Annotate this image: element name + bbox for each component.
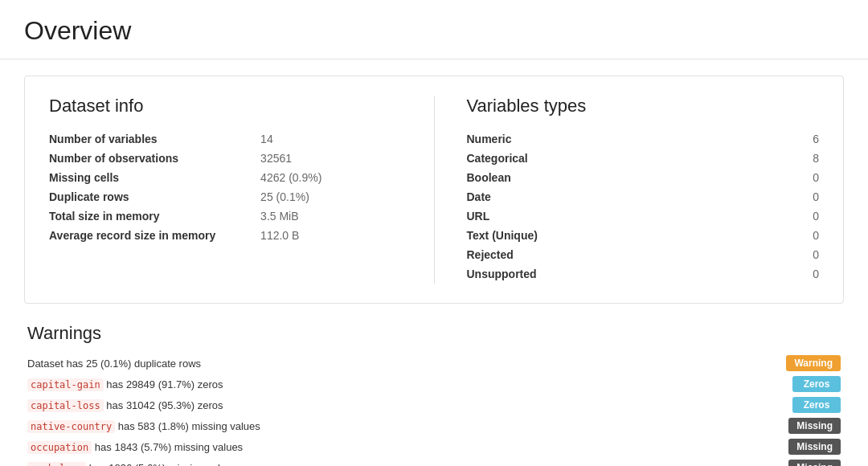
dataset-info-panel: Dataset info Number of variables14Number… bbox=[49, 96, 402, 284]
var-type-value: 0 bbox=[748, 245, 819, 264]
var-type-value: 0 bbox=[748, 206, 819, 226]
warning-text: native-country has 583 (1.8%) missing va… bbox=[27, 420, 260, 432]
info-label: Average record size in memory bbox=[49, 226, 260, 245]
table-row: Date0 bbox=[467, 187, 820, 206]
warning-text: Dataset has 25 (0.1%) duplicate rows bbox=[27, 358, 201, 370]
warnings-title: Warnings bbox=[27, 323, 841, 344]
var-type-label: URL bbox=[467, 206, 749, 226]
table-row: URL0 bbox=[467, 206, 820, 226]
var-type-label: Date bbox=[467, 187, 749, 206]
var-type-label: Numeric bbox=[467, 129, 749, 149]
variables-types-title: Variables types bbox=[467, 96, 820, 117]
var-type-label: Boolean bbox=[467, 168, 749, 187]
warning-code: workclass bbox=[27, 462, 86, 467]
info-value: 32561 bbox=[260, 149, 401, 168]
info-value: 14 bbox=[260, 129, 401, 149]
variables-types-table: Numeric6Categorical8Boolean0Date0URL0Tex… bbox=[467, 129, 820, 284]
table-row: Number of variables14 bbox=[49, 129, 402, 149]
warning-row: Dataset has 25 (0.1%) duplicate rowsWarn… bbox=[27, 355, 841, 371]
warning-row: capital-gain has 29849 (91.7%) zerosZero… bbox=[27, 376, 841, 392]
table-row: Missing cells4262 (0.9%) bbox=[49, 168, 402, 187]
info-value: 3.5 MiB bbox=[260, 206, 401, 226]
warning-code: native-country bbox=[27, 420, 115, 433]
info-value: 112.0 B bbox=[260, 226, 401, 245]
info-label: Missing cells bbox=[49, 168, 260, 187]
dataset-info-title: Dataset info bbox=[49, 96, 402, 117]
warning-text: capital-loss has 31042 (95.3%) zeros bbox=[27, 399, 223, 411]
var-type-label: Rejected bbox=[467, 245, 749, 264]
info-label: Number of observations bbox=[49, 149, 260, 168]
info-value: 4262 (0.9%) bbox=[260, 168, 401, 187]
table-row: Number of observations32561 bbox=[49, 149, 402, 168]
warning-badge: Warning bbox=[786, 355, 841, 371]
warning-badge: Missing bbox=[788, 439, 841, 455]
warning-badge: Missing bbox=[788, 418, 841, 434]
page-title: Overview bbox=[0, 0, 868, 59]
var-type-label: Unsupported bbox=[467, 264, 749, 284]
table-row: Duplicate rows25 (0.1%) bbox=[49, 187, 402, 206]
var-type-label: Text (Unique) bbox=[467, 226, 749, 245]
warning-badge: Missing bbox=[788, 460, 841, 466]
info-label: Total size in memory bbox=[49, 206, 260, 226]
warning-code: capital-gain bbox=[27, 378, 104, 391]
var-type-label: Categorical bbox=[467, 149, 749, 168]
var-type-value: 0 bbox=[748, 264, 819, 284]
info-label: Number of variables bbox=[49, 129, 260, 149]
warning-row: occupation has 1843 (5.7%) missing value… bbox=[27, 439, 841, 455]
var-type-value: 0 bbox=[748, 168, 819, 187]
warnings-section: Warnings Dataset has 25 (0.1%) duplicate… bbox=[24, 323, 844, 466]
table-row: Text (Unique)0 bbox=[467, 226, 820, 245]
var-type-value: 8 bbox=[748, 149, 819, 168]
warning-text: capital-gain has 29849 (91.7%) zeros bbox=[27, 378, 223, 390]
table-row: Numeric6 bbox=[467, 129, 820, 149]
info-value: 25 (0.1%) bbox=[260, 187, 401, 206]
var-type-value: 6 bbox=[748, 129, 819, 149]
top-section: Dataset info Number of variables14Number… bbox=[24, 76, 844, 304]
table-row: Average record size in memory112.0 B bbox=[49, 226, 402, 245]
info-label: Duplicate rows bbox=[49, 187, 260, 206]
table-row: Total size in memory3.5 MiB bbox=[49, 206, 402, 226]
dataset-info-table: Number of variables14Number of observati… bbox=[49, 129, 402, 245]
warning-badge: Zeros bbox=[792, 376, 841, 392]
warning-badge: Zeros bbox=[792, 397, 841, 413]
var-type-value: 0 bbox=[748, 226, 819, 245]
table-row: Rejected0 bbox=[467, 245, 820, 264]
warning-text: workclass has 1836 (5.6%) missing values bbox=[27, 462, 237, 467]
table-row: Categorical8 bbox=[467, 149, 820, 168]
warning-code: occupation bbox=[27, 441, 92, 454]
variables-types-panel: Variables types Numeric6Categorical8Bool… bbox=[434, 96, 820, 284]
table-row: Unsupported0 bbox=[467, 264, 820, 284]
warnings-list: Dataset has 25 (0.1%) duplicate rowsWarn… bbox=[27, 355, 841, 466]
warning-code: capital-loss bbox=[27, 399, 104, 412]
warning-row: capital-loss has 31042 (95.3%) zerosZero… bbox=[27, 397, 841, 413]
main-content: Dataset info Number of variables14Number… bbox=[0, 59, 868, 466]
warning-text: occupation has 1843 (5.7%) missing value… bbox=[27, 441, 243, 453]
warning-row: native-country has 583 (1.8%) missing va… bbox=[27, 418, 841, 434]
var-type-value: 0 bbox=[748, 187, 819, 206]
warning-row: workclass has 1836 (5.6%) missing values… bbox=[27, 460, 841, 466]
table-row: Boolean0 bbox=[467, 168, 820, 187]
